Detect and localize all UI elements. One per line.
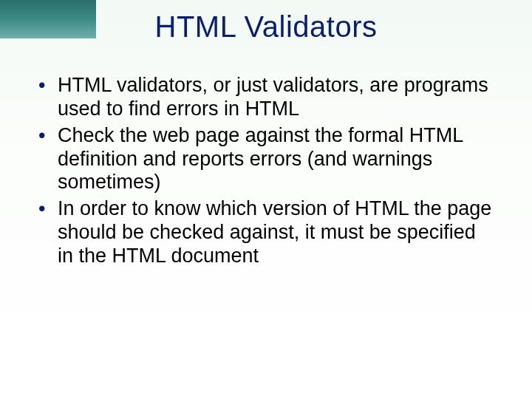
list-item: Check the web page against the formal HT… — [35, 124, 497, 195]
slide-body: HTML validators, or just validators, are… — [35, 74, 497, 271]
slide-title: HTML Validators — [0, 10, 532, 44]
bullet-list: HTML validators, or just validators, are… — [35, 74, 497, 268]
list-item: HTML validators, or just validators, are… — [35, 74, 497, 121]
list-item: In order to know which version of HTML t… — [35, 197, 497, 268]
slide: HTML Validators HTML validators, or just… — [0, 0, 532, 399]
